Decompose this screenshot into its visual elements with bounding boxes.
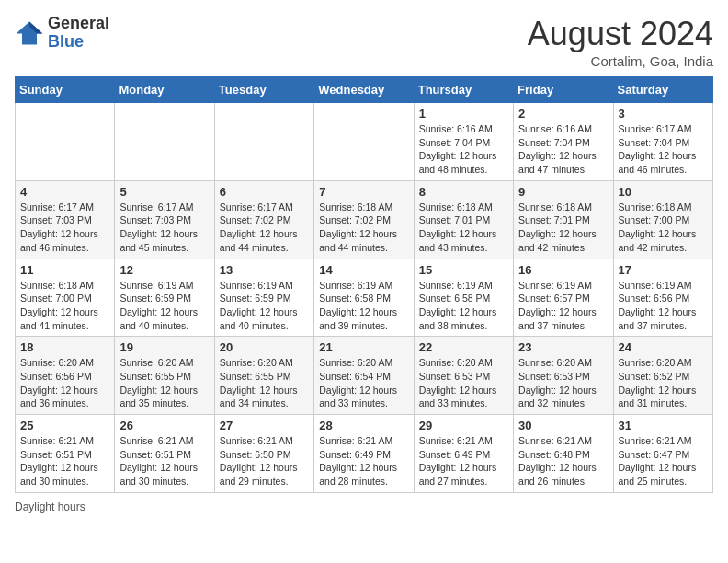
day-info: Sunrise: 6:19 AM Sunset: 6:58 PM Dayligh… — [419, 279, 508, 333]
day-info: Sunrise: 6:20 AM Sunset: 6:53 PM Dayligh… — [518, 356, 608, 410]
day-number: 3 — [619, 107, 708, 121]
day-number: 2 — [518, 107, 608, 121]
calendar-cell: 11Sunrise: 6:18 AM Sunset: 7:00 PM Dayli… — [16, 259, 115, 337]
calendar-cell: 4Sunrise: 6:17 AM Sunset: 7:03 PM Daylig… — [16, 180, 115, 259]
page-header: General Blue August 2024 Cortalim, Goa, … — [15, 15, 713, 69]
day-number: 16 — [518, 263, 608, 277]
day-info: Sunrise: 6:17 AM Sunset: 7:02 PM Dayligh… — [220, 201, 309, 255]
day-number: 20 — [220, 340, 309, 354]
month-title: August 2024 — [528, 15, 713, 53]
calendar-cell: 15Sunrise: 6:19 AM Sunset: 6:58 PM Dayli… — [414, 259, 513, 337]
day-info: Sunrise: 6:18 AM Sunset: 7:02 PM Dayligh… — [319, 201, 408, 255]
daylight-note: Daylight hours — [15, 500, 85, 513]
day-info: Sunrise: 6:21 AM Sunset: 6:49 PM Dayligh… — [319, 434, 408, 488]
title-area: August 2024 Cortalim, Goa, India — [528, 15, 713, 69]
day-number: 7 — [319, 185, 408, 199]
calendar-cell: 26Sunrise: 6:21 AM Sunset: 6:51 PM Dayli… — [115, 415, 214, 493]
logo-text: General Blue — [48, 15, 109, 52]
day-info: Sunrise: 6:20 AM Sunset: 6:52 PM Dayligh… — [619, 356, 708, 410]
day-number: 15 — [419, 263, 508, 277]
day-number: 12 — [119, 263, 209, 277]
calendar-cell: 17Sunrise: 6:19 AM Sunset: 6:56 PM Dayli… — [613, 259, 712, 337]
calendar-cell — [16, 103, 115, 181]
day-number: 26 — [119, 419, 209, 432]
day-info: Sunrise: 6:20 AM Sunset: 6:55 PM Dayligh… — [220, 356, 309, 410]
day-number: 1 — [419, 107, 508, 121]
day-info: Sunrise: 6:21 AM Sunset: 6:50 PM Dayligh… — [220, 434, 309, 488]
day-info: Sunrise: 6:17 AM Sunset: 7:03 PM Dayligh… — [119, 201, 209, 255]
calendar-cell — [314, 103, 414, 181]
calendar-cell: 13Sunrise: 6:19 AM Sunset: 6:59 PM Dayli… — [214, 259, 313, 337]
calendar-cell: 10Sunrise: 6:18 AM Sunset: 7:00 PM Dayli… — [613, 180, 712, 259]
day-number: 29 — [419, 419, 508, 432]
location: Cortalim, Goa, India — [528, 53, 713, 69]
day-number: 14 — [319, 263, 408, 277]
day-info: Sunrise: 6:16 AM Sunset: 7:04 PM Dayligh… — [419, 122, 508, 177]
day-number: 27 — [220, 419, 309, 432]
logo-blue-text: Blue — [48, 33, 109, 52]
logo-general-text: General — [48, 15, 109, 33]
day-info: Sunrise: 6:20 AM Sunset: 6:55 PM Dayligh… — [119, 356, 209, 410]
day-number: 8 — [419, 185, 508, 199]
day-info: Sunrise: 6:18 AM Sunset: 7:00 PM Dayligh… — [20, 279, 109, 333]
day-number: 22 — [419, 340, 508, 354]
day-number: 23 — [518, 340, 608, 354]
day-info: Sunrise: 6:19 AM Sunset: 6:59 PM Dayligh… — [119, 279, 209, 333]
day-header-thursday: Thursday — [414, 77, 513, 103]
calendar-cell: 6Sunrise: 6:17 AM Sunset: 7:02 PM Daylig… — [214, 180, 313, 259]
calendar-cell — [115, 103, 214, 181]
calendar-header-row: SundayMondayTuesdayWednesdayThursdayFrid… — [16, 77, 713, 103]
day-info: Sunrise: 6:19 AM Sunset: 6:56 PM Dayligh… — [619, 279, 708, 333]
footer-note: Daylight hours — [15, 500, 713, 513]
day-number: 13 — [220, 263, 309, 277]
day-info: Sunrise: 6:21 AM Sunset: 6:51 PM Dayligh… — [20, 434, 109, 488]
calendar-cell: 29Sunrise: 6:21 AM Sunset: 6:49 PM Dayli… — [414, 415, 513, 493]
calendar-week-3: 18Sunrise: 6:20 AM Sunset: 6:56 PM Dayli… — [16, 337, 713, 415]
calendar-cell: 21Sunrise: 6:20 AM Sunset: 6:54 PM Dayli… — [314, 337, 414, 415]
day-header-sunday: Sunday — [16, 77, 115, 103]
day-info: Sunrise: 6:17 AM Sunset: 7:03 PM Dayligh… — [20, 201, 109, 255]
day-info: Sunrise: 6:16 AM Sunset: 7:04 PM Dayligh… — [518, 122, 608, 177]
day-number: 21 — [319, 340, 408, 354]
calendar-cell: 28Sunrise: 6:21 AM Sunset: 6:49 PM Dayli… — [314, 415, 414, 493]
day-number: 18 — [20, 340, 109, 354]
logo-icon — [15, 20, 44, 46]
day-number: 19 — [119, 340, 209, 354]
calendar-week-1: 4Sunrise: 6:17 AM Sunset: 7:03 PM Daylig… — [16, 180, 713, 259]
day-info: Sunrise: 6:21 AM Sunset: 6:48 PM Dayligh… — [518, 434, 608, 488]
calendar-cell: 16Sunrise: 6:19 AM Sunset: 6:57 PM Dayli… — [514, 259, 613, 337]
calendar-week-0: 1Sunrise: 6:16 AM Sunset: 7:04 PM Daylig… — [16, 103, 713, 181]
calendar-cell: 3Sunrise: 6:17 AM Sunset: 7:04 PM Daylig… — [613, 103, 712, 181]
day-number: 5 — [119, 185, 209, 199]
calendar-cell: 5Sunrise: 6:17 AM Sunset: 7:03 PM Daylig… — [115, 180, 214, 259]
calendar-cell — [214, 103, 313, 181]
day-header-friday: Friday — [514, 77, 613, 103]
day-info: Sunrise: 6:17 AM Sunset: 7:04 PM Dayligh… — [619, 122, 708, 177]
calendar-cell: 24Sunrise: 6:20 AM Sunset: 6:52 PM Dayli… — [613, 337, 712, 415]
day-header-monday: Monday — [115, 77, 214, 103]
calendar-cell: 14Sunrise: 6:19 AM Sunset: 6:58 PM Dayli… — [314, 259, 414, 337]
day-number: 24 — [619, 340, 708, 354]
calendar-cell: 31Sunrise: 6:21 AM Sunset: 6:47 PM Dayli… — [613, 415, 712, 493]
day-info: Sunrise: 6:19 AM Sunset: 6:57 PM Dayligh… — [518, 279, 608, 333]
day-info: Sunrise: 6:18 AM Sunset: 7:01 PM Dayligh… — [419, 201, 508, 255]
day-info: Sunrise: 6:20 AM Sunset: 6:54 PM Dayligh… — [319, 356, 408, 410]
day-number: 17 — [619, 263, 708, 277]
calendar-week-2: 11Sunrise: 6:18 AM Sunset: 7:00 PM Dayli… — [16, 259, 713, 337]
calendar-cell: 23Sunrise: 6:20 AM Sunset: 6:53 PM Dayli… — [514, 337, 613, 415]
day-info: Sunrise: 6:19 AM Sunset: 6:59 PM Dayligh… — [220, 279, 309, 333]
calendar-cell: 18Sunrise: 6:20 AM Sunset: 6:56 PM Dayli… — [16, 337, 115, 415]
day-number: 11 — [20, 263, 109, 277]
day-number: 25 — [20, 419, 109, 432]
calendar-cell: 2Sunrise: 6:16 AM Sunset: 7:04 PM Daylig… — [514, 103, 613, 181]
day-number: 9 — [518, 185, 608, 199]
calendar-cell: 7Sunrise: 6:18 AM Sunset: 7:02 PM Daylig… — [314, 180, 414, 259]
day-number: 28 — [319, 419, 408, 432]
day-info: Sunrise: 6:21 AM Sunset: 6:51 PM Dayligh… — [119, 434, 209, 488]
day-header-saturday: Saturday — [613, 77, 712, 103]
calendar-cell: 8Sunrise: 6:18 AM Sunset: 7:01 PM Daylig… — [414, 180, 513, 259]
calendar-cell: 20Sunrise: 6:20 AM Sunset: 6:55 PM Dayli… — [214, 337, 313, 415]
day-info: Sunrise: 6:20 AM Sunset: 6:53 PM Dayligh… — [419, 356, 508, 410]
day-info: Sunrise: 6:18 AM Sunset: 7:00 PM Dayligh… — [619, 201, 708, 255]
calendar-cell: 27Sunrise: 6:21 AM Sunset: 6:50 PM Dayli… — [214, 415, 313, 493]
